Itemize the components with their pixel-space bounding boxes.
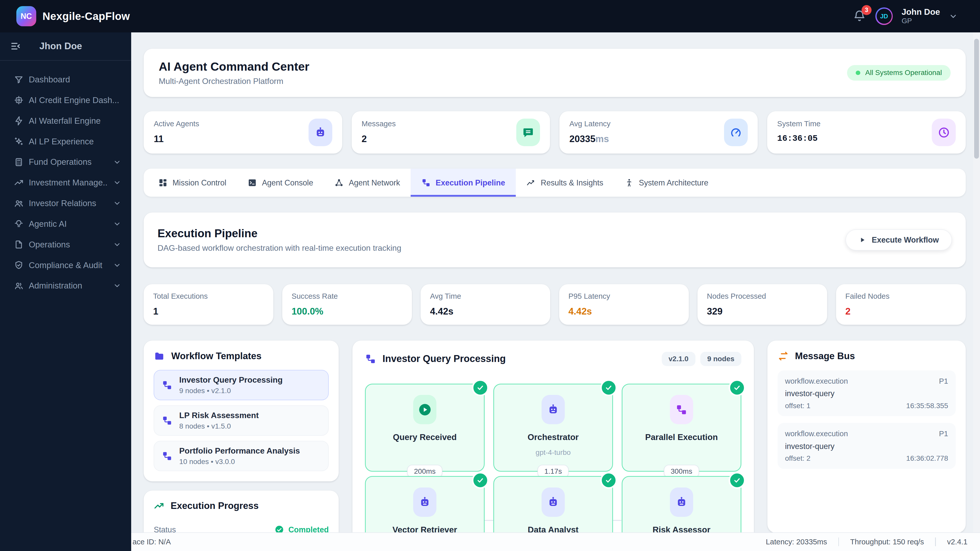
workflow-icon [162,415,172,426]
sparkles-icon [14,137,24,146]
tab-agent-network[interactable]: Agent Network [324,168,410,197]
template-investor-query-processing[interactable]: Investor Query Processing 9 nodes • v2.1… [154,370,329,400]
sidebar-item-investment-management[interactable]: Investment Manage... [0,172,131,193]
user-name: John Doe [902,7,940,17]
system-status-badge: All Systems Operational [847,65,951,81]
sidebar: Jhon Doe Dashboard AI Credit Engine Dash… [0,32,131,551]
sidebar-item-administration[interactable]: Administration [0,275,131,296]
node-orchestrator[interactable]: Orchestrator gpt-4-turbo 1.17s [493,384,613,472]
scrollbar-track[interactable] [973,32,980,532]
scrollbar-thumb[interactable] [974,39,979,159]
sidebar-item-ai-credit-engine[interactable]: AI Credit Engine Dash... [0,90,131,111]
bot-icon [542,395,565,424]
stat-total-executions: Total Executions 1 [144,284,273,325]
workflow-templates-panel: Workflow Templates Investor Query Proces… [144,341,339,481]
tab-results-insights[interactable]: Results & Insights [516,168,614,197]
play-circle-icon [413,395,436,424]
check-icon [600,472,617,489]
latency-readout: Latency: 20335ms [766,537,827,546]
sidebar-item-fund-operations[interactable]: Fund Operations [0,152,131,172]
sidebar-item-agentic-ai[interactable]: Agentic AI [0,214,131,234]
tab-mission-control[interactable]: Mission Control [148,168,237,197]
version-badge: v2.1.0 [662,352,695,366]
notifications-button[interactable]: 3 [853,10,867,23]
chevron-down-icon [113,241,121,249]
tab-system-architecture[interactable]: System Architecture [614,168,719,197]
sidebar-profile-name: Jhon Doe [39,41,82,52]
sidebar-item-compliance-audit[interactable]: Compliance & Audit [0,255,131,275]
node-query-received[interactable]: Query Received 200ms [365,384,485,472]
person-standing-icon [625,178,634,187]
cpu-icon [14,95,24,105]
chevron-down-icon [113,199,121,207]
sidebar-item-dashboard[interactable]: Dashboard [0,69,131,90]
status-dot-icon [856,71,860,75]
bot-icon [670,487,693,517]
pipeline-title: Execution Pipeline [158,227,401,240]
sidebar-item-operations[interactable]: Operations [0,234,131,255]
dag-panel: Investor Query Processing v2.1.0 9 nodes… [352,341,754,551]
dag-graph: Query Received 200ms Orchestrator gpt-4-… [365,384,741,551]
tab-agent-console[interactable]: Agent Console [237,168,324,197]
clock-icon [932,119,956,146]
templates-title: Workflow Templates [171,351,262,362]
edge-connector [484,520,494,521]
workflow-icon [162,451,172,462]
play-icon [859,236,866,244]
chevron-down-icon [113,261,121,269]
top-bar: NC Nexgile-CapFlow 3 JD John Doe GP [0,0,980,32]
folder-icon [154,351,165,362]
check-icon [472,380,489,396]
brand: NC Nexgile-CapFlow [16,6,130,26]
bot-icon [309,119,332,146]
edge-connector [611,520,621,521]
sidebar-collapse-icon[interactable] [10,41,21,52]
logo-text: NC [21,12,32,21]
pipeline-subtitle: DAG-based workflow orchestration with re… [158,243,401,253]
user-menu[interactable]: John Doe GP [902,7,940,25]
file-icon [14,240,24,249]
status-bar: ace ID: N/A Latency: 20335ms Throughput:… [131,532,980,551]
network-icon [334,178,344,187]
chevron-down-icon [113,282,121,290]
sidebar-item-ai-lp-experience[interactable]: AI LP Experience [0,131,131,152]
sidebar-item-ai-waterfall-engine[interactable]: AI Waterfall Engine [0,110,131,131]
stat-nodes-processed: Nodes Processed 329 [697,284,827,325]
template-lp-risk-assessment[interactable]: LP Risk Assessment 8 nodes • v1.5.0 [154,405,329,436]
message-bus-title: Message Bus [795,351,855,362]
terminal-icon [248,178,257,187]
trending-up-icon [154,501,164,511]
divider [935,537,935,546]
page-title: AI Agent Command Center [159,60,309,73]
chart-zigzag-icon [526,178,536,187]
workflow-icon [670,395,693,424]
check-icon [729,472,746,489]
sidebar-item-investor-relations[interactable]: Investor Relations [0,193,131,214]
chevron-down-icon [113,179,121,187]
progress-title: Execution Progress [171,500,259,511]
chevron-down-icon [113,220,121,228]
chevron-down-icon[interactable] [949,12,958,21]
zap-icon [14,116,24,126]
funnel-icon [14,75,24,85]
template-portfolio-performance-analysis[interactable]: Portfolio Performance Analysis 10 nodes … [154,441,329,472]
trace-id: ace ID: N/A [132,537,171,546]
execute-workflow-button[interactable]: Execute Workflow [845,229,952,251]
page-subtitle: Multi-Agent Orchestration Platform [159,76,309,86]
users-icon [14,198,24,208]
kpi-row: Active Agents 11 Messages 2 Avg Latenc [144,111,966,154]
avatar[interactable]: JD [875,7,893,25]
lightbulb-icon [14,219,24,229]
check-icon [729,380,746,396]
bot-icon [413,487,436,517]
stat-avg-time: Avg Time 4.42s [421,284,550,325]
kpi-system-time: System Time 16:36:05 [767,111,966,154]
command-center-header: AI Agent Command Center Multi-Agent Orch… [144,49,966,97]
calculator-icon [14,157,24,167]
nodes-count-badge: 9 nodes [700,352,741,366]
tab-execution-pipeline[interactable]: Execution Pipeline [410,168,516,197]
workflow-icon [162,380,172,391]
message-bus-panel: Message Bus workflow.execution P1 invest… [767,341,966,533]
node-parallel-execution[interactable]: Parallel Execution 300ms [622,384,741,472]
bus-message: workflow.execution P1 investor-query off… [778,370,956,416]
